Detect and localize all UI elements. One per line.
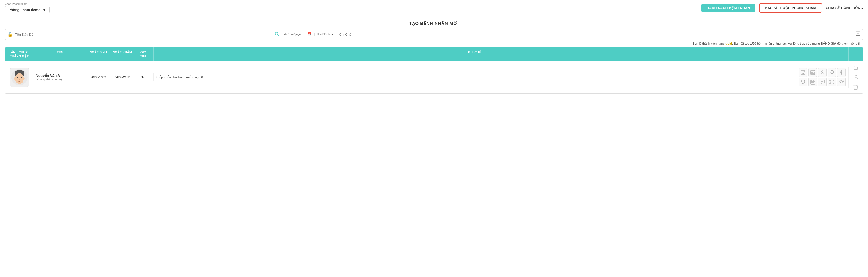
lock2-icon[interactable] xyxy=(851,63,860,72)
svg-point-20 xyxy=(830,70,834,74)
page-title: TẠO BỆNH NHÂN MỚI xyxy=(5,21,863,26)
last-icons-cell xyxy=(848,61,863,93)
th-ngay-sinh: NGÀY SINH xyxy=(87,48,111,61)
chia-se-button[interactable]: CHIA SẺ CỘNG ĐỒNG xyxy=(826,6,863,10)
clinic-dropdown[interactable]: Phòng khám demo ▼ xyxy=(5,6,50,13)
svg-point-10 xyxy=(19,79,20,80)
patient-avatar-cell xyxy=(5,65,34,89)
th-extra xyxy=(848,48,863,61)
svg-rect-37 xyxy=(854,67,858,70)
info-bar: Bạn là thành viên hạng gold. Bạn đã tạo … xyxy=(5,42,863,45)
new-patient-form: 🔓 📅 Giới Tính ▼ xyxy=(5,29,863,40)
patient-ghi-chu: Khắp khểnh hai hàm, mất răng 36. xyxy=(154,73,796,81)
patient-ngay-sinh: 28/09/1999 xyxy=(87,73,111,81)
svg-point-38 xyxy=(855,75,857,77)
face-profile-icon[interactable] xyxy=(818,68,827,77)
chart-icon[interactable] xyxy=(808,68,817,77)
table-header: ẢNH CHỤP THẲNG MẶT TÊN NGÀY SINH NGÀY KH… xyxy=(5,48,863,61)
chevron-down-icon: ▼ xyxy=(42,8,46,12)
nav-buttons: DANH SÁCH BỆNH NHÂN BÁC SĨ THUỘC PHÒNG K… xyxy=(702,3,863,13)
th-ghi-chu: GHI CHÚ xyxy=(154,48,796,61)
th-anh: ẢNH CHỤP THẲNG MẶT xyxy=(5,48,34,61)
face-scan-icon[interactable] xyxy=(828,78,836,86)
ten-day-du-input[interactable] xyxy=(15,33,272,36)
action-icons-cell xyxy=(796,67,848,88)
skull-icon[interactable] xyxy=(828,68,836,77)
ghi-chu-input[interactable] xyxy=(336,33,853,36)
info-text2: . Bạn đã tạo xyxy=(732,42,750,45)
bac-sy-button[interactable]: BÁC SĨ THUỘC PHÒNG KHÁM xyxy=(759,3,822,13)
patient-table: ẢNH CHỤP THẲNG MẶT TÊN NGÀY SINH NGÀY KH… xyxy=(5,47,863,93)
info-count: 1/90 xyxy=(750,42,756,45)
chevron-down-icon: ▼ xyxy=(331,33,334,36)
th-actions xyxy=(796,48,848,61)
face-vibrate-icon[interactable] xyxy=(837,78,846,86)
info-bang-gia: BẢNG GIÁ xyxy=(821,42,836,45)
patient-gioi-tinh: Nam xyxy=(134,73,154,81)
main-content: TẠO BỆNH NHÂN MỚI 🔓 📅 Giới Tính ▼ xyxy=(0,16,868,96)
patient-ngay-kham: 04/07/2023 xyxy=(111,73,134,81)
svg-point-11 xyxy=(14,77,16,80)
th-gioi-tinh: GIỚI TÍNH xyxy=(134,48,154,61)
user-icon[interactable] xyxy=(851,73,860,82)
info-text1: Bạn là thành viên hạng xyxy=(692,42,725,45)
patient-clinic: (Phòng khám demo) xyxy=(36,78,84,81)
save-button[interactable] xyxy=(855,31,861,38)
svg-point-8 xyxy=(17,77,18,78)
chat-icon[interactable] xyxy=(818,78,827,86)
info-text3: bệnh nhân tháng này. Vui lòng truy cập m… xyxy=(756,42,821,45)
tooth-icon[interactable] xyxy=(799,78,807,86)
danh-sach-button[interactable]: DANH SÁCH BỆNH NHÂN xyxy=(702,4,755,12)
clinic-name: Phòng khám demo xyxy=(8,8,40,12)
svg-point-19 xyxy=(821,71,823,73)
search-button[interactable] xyxy=(274,31,279,37)
top-bar: Chọn Phòng Khám Phòng khám demo ▼ DANH S… xyxy=(0,0,868,16)
svg-point-9 xyxy=(21,77,22,78)
clinic-selector: Chọn Phòng Khám Phòng khám demo ▼ xyxy=(5,2,50,13)
lock-icon: 🔓 xyxy=(7,32,13,37)
implant-icon[interactable] xyxy=(837,68,846,77)
calendar-icon: 📅 xyxy=(307,32,312,37)
th-ngay-kham: NGÀY KHÁM xyxy=(111,48,134,61)
patient-avatar xyxy=(10,67,29,87)
svg-line-1 xyxy=(278,35,279,36)
calendar-schedule-icon[interactable] xyxy=(808,78,817,86)
ngay-sinh-input[interactable] xyxy=(284,33,306,36)
patient-name: Nguyễn Văn A xyxy=(36,74,84,78)
gioi-tinh-wrap: Giới Tính ▼ xyxy=(314,33,334,36)
dental-chart-icon[interactable] xyxy=(799,68,807,77)
patient-name-cell: Nguyễn Văn A (Phòng khám demo) xyxy=(34,71,87,83)
svg-point-36 xyxy=(840,80,843,83)
info-text4: để thêm thông tin. xyxy=(836,42,862,45)
ngay-sinh-wrap: 📅 xyxy=(281,32,312,37)
svg-point-7 xyxy=(15,73,24,84)
table-row: Nguyễn Văn A (Phòng khám demo) 28/09/199… xyxy=(5,61,863,93)
svg-point-12 xyxy=(23,77,25,80)
trash-icon[interactable] xyxy=(851,83,860,92)
info-gold: gold xyxy=(725,42,732,45)
gioi-tinh-label: Giới Tính xyxy=(317,33,330,36)
svg-point-35 xyxy=(831,81,833,83)
th-ten: TÊN xyxy=(34,48,87,61)
clinic-label: Chọn Phòng Khám xyxy=(5,2,27,5)
